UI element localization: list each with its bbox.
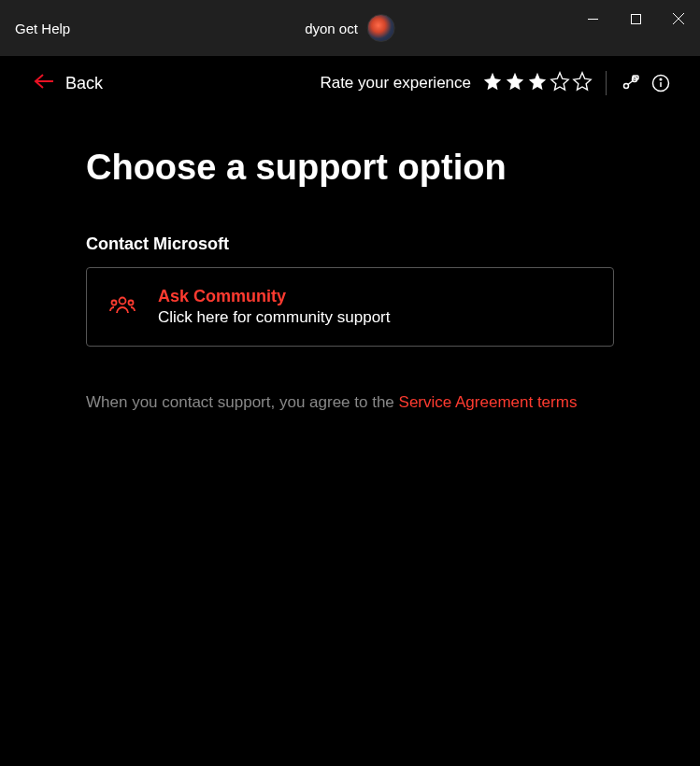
card-title: Ask Community [158, 287, 390, 306]
svg-point-11 [660, 78, 662, 80]
avatar[interactable] [367, 14, 395, 42]
star-3[interactable] [527, 71, 548, 95]
toolbar-divider [606, 71, 607, 95]
rating-stars [482, 71, 593, 95]
user-section[interactable]: dyon oct [305, 14, 395, 42]
svg-point-13 [112, 300, 117, 305]
info-icon[interactable] [650, 72, 672, 94]
toolbar: Back Rate your experience [0, 56, 700, 110]
star-4[interactable] [550, 71, 570, 95]
star-1[interactable] [482, 71, 503, 95]
content: Choose a support option Contact Microsof… [0, 110, 700, 412]
titlebar: Get Help dyon oct [0, 0, 700, 56]
page-heading: Choose a support option [86, 148, 614, 188]
svg-line-8 [628, 81, 633, 85]
svg-rect-1 [631, 14, 640, 23]
back-button[interactable]: Back [34, 73, 103, 93]
section-heading: Contact Microsoft [86, 234, 614, 254]
back-label: Back [65, 74, 103, 93]
footer-prefix: When you contact support, you agree to t… [86, 393, 399, 411]
close-button[interactable] [657, 0, 700, 37]
star-2[interactable] [505, 71, 525, 95]
window-controls [571, 0, 700, 37]
svg-point-5 [624, 84, 629, 89]
maximize-button[interactable] [614, 0, 657, 37]
card-text: Ask Community Click here for community s… [158, 287, 390, 327]
app-title: Get Help [15, 21, 70, 36]
svg-point-12 [120, 297, 126, 304]
ask-community-card[interactable]: Ask Community Click here for community s… [86, 267, 614, 347]
footer-text: When you contact support, you agree to t… [86, 393, 614, 412]
star-5[interactable] [572, 71, 593, 95]
back-arrow-icon [34, 73, 54, 93]
username: dyon oct [305, 21, 358, 36]
community-icon [109, 294, 136, 320]
right-tools: Rate your experience [320, 71, 672, 95]
minimize-button[interactable] [571, 0, 614, 37]
share-icon[interactable] [620, 72, 642, 94]
card-description: Click here for community support [158, 308, 390, 327]
svg-point-14 [129, 300, 134, 305]
rate-label: Rate your experience [320, 74, 471, 92]
service-agreement-link[interactable]: Service Agreement terms [399, 393, 578, 411]
